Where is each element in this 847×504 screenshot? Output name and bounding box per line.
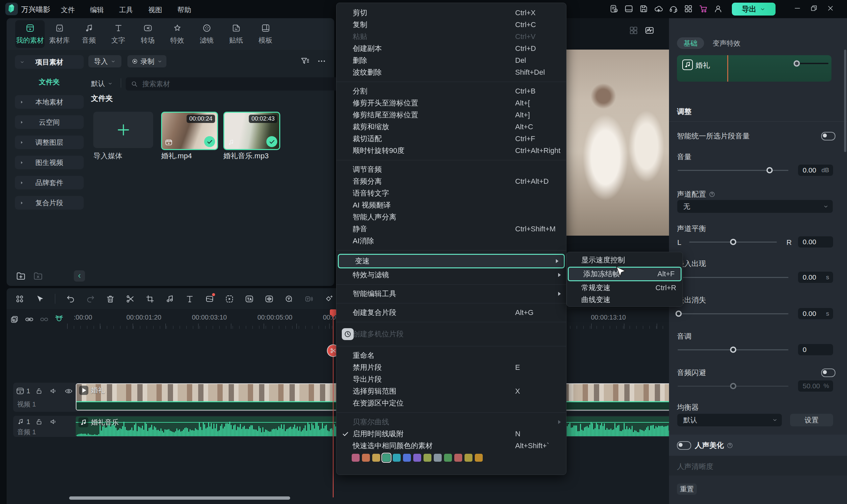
minimize-icon[interactable] [793, 4, 801, 12]
sidebar-item-1[interactable]: 本地素材 [15, 95, 84, 109]
clip-volume-knob[interactable] [794, 60, 800, 67]
context-menu-item[interactable]: 修剪开头至游标位置Alt+[ [336, 97, 566, 109]
ducking-toggle[interactable] [821, 368, 835, 377]
balance-knob[interactable] [730, 239, 737, 245]
context-menu-item[interactable]: 重命名 [336, 350, 566, 362]
speaker-icon[interactable] [50, 387, 57, 395]
sidebar-item-3[interactable]: 调整图层 [15, 136, 84, 149]
undo-icon[interactable] [66, 294, 75, 303]
tab-voice-effects[interactable]: 变声特效 [713, 37, 741, 49]
submenu-item[interactable]: 常规变速Ctrl+R [567, 282, 682, 294]
color-swatch[interactable] [454, 454, 462, 462]
import-button[interactable]: 导入 [88, 55, 121, 68]
clip-volume-line[interactable] [795, 63, 828, 64]
color-swatch[interactable] [403, 454, 411, 462]
sidebar-item-4[interactable]: 图生视频 [15, 156, 84, 169]
submenu-item[interactable]: 曲线变速 [567, 294, 682, 306]
context-menu-item[interactable]: 禁用片段E [336, 362, 566, 374]
context-menu-item[interactable]: 智能编辑工具 [336, 288, 566, 300]
collapse-sidebar-button[interactable] [74, 270, 85, 282]
pitch-knob[interactable] [730, 347, 737, 353]
context-menu-item[interactable]: 创建复合片段Alt+G [336, 307, 566, 319]
link-icon[interactable] [25, 315, 34, 324]
menubar-item[interactable]: 工具 [117, 4, 135, 16]
media-tab-4[interactable]: 文字 [104, 20, 133, 48]
media-clip-video[interactable]: 00:00:24 [161, 112, 218, 150]
context-menu-item[interactable]: 选择剪辑范围X [336, 385, 566, 397]
eye-icon[interactable] [65, 387, 73, 395]
scissors-icon[interactable] [126, 294, 135, 303]
submenu-item[interactable]: 显示速度控制 [567, 254, 682, 266]
apps-icon[interactable] [684, 4, 693, 13]
sidebar-item-folder-selected[interactable]: 文件夹 [15, 75, 84, 89]
media-tab-3[interactable]: 音频 [74, 20, 104, 48]
user-icon[interactable] [714, 4, 723, 13]
color-swatch[interactable] [475, 454, 483, 462]
menubar-item[interactable]: 视图 [146, 4, 164, 16]
right-panel-scrollbar[interactable] [844, 50, 846, 152]
more-options-icon[interactable] [317, 56, 326, 66]
new-folder-icon[interactable] [16, 271, 26, 281]
media-tab-6[interactable]: 特效 [162, 20, 192, 48]
ducking-knob[interactable] [730, 383, 737, 389]
balance-value-box[interactable]: 0.00 [798, 236, 833, 248]
select-cursor-icon[interactable] [35, 294, 44, 303]
context-menu-item[interactable]: 修剪结尾至游标位置Alt+] [336, 109, 566, 121]
close-icon[interactable] [827, 4, 834, 12]
lock-icon[interactable] [35, 387, 43, 395]
search-input[interactable] [142, 80, 333, 88]
playhead-line[interactable] [333, 310, 333, 498]
tab-basic[interactable]: 基础 [677, 37, 704, 49]
context-menu-item[interactable]: 复制Ctrl+C [336, 19, 566, 31]
color-swatch[interactable] [465, 454, 472, 462]
keyframe-add-icon[interactable] [324, 294, 333, 303]
color-swatch[interactable] [372, 454, 380, 462]
playhead-handle[interactable] [330, 309, 336, 315]
color-swatch[interactable] [362, 454, 370, 462]
pitch-value-box[interactable]: 0 [798, 344, 833, 355]
media-tab-2[interactable]: 素材库 [45, 20, 74, 48]
sort-dropdown[interactable]: 默认 [91, 79, 113, 88]
media-clip-audio[interactable]: 00:02:43 [223, 112, 280, 150]
context-menu-item[interactable]: 顺时针旋转90度Ctrl+Alt+Right [336, 145, 566, 157]
context-menu-item[interactable]: 启用时间线吸附N [336, 428, 566, 440]
sidebar-item-project-media[interactable]: 项目素材 [15, 55, 84, 69]
keyframe-diamond-icon[interactable] [819, 331, 826, 337]
volume-knob[interactable] [766, 167, 773, 174]
context-menu-item[interactable]: 变速 [339, 255, 564, 267]
question-icon[interactable] [709, 191, 715, 198]
apps-grid-icon[interactable] [15, 294, 24, 303]
delete-folder-icon[interactable] [33, 271, 43, 281]
reset-button[interactable]: 重置 [677, 484, 697, 495]
sidebar-item-2[interactable]: 云空间 [15, 115, 84, 129]
unify-volume-toggle[interactable] [821, 132, 835, 141]
speech-to-text-icon[interactable] [284, 294, 293, 303]
context-menu-item[interactable]: 调节音频 [336, 164, 566, 176]
context-menu-item[interactable]: AI 视频翻译 [336, 199, 566, 211]
context-menu-item[interactable]: 语音转文字 [336, 187, 566, 199]
context-menu-item[interactable]: 特效与滤镜 [336, 269, 566, 281]
fade-in-slider[interactable] [678, 277, 789, 278]
keyframe-diamond-icon[interactable] [819, 223, 826, 229]
unlink-icon[interactable] [40, 315, 49, 324]
media-tab-7[interactable]: 滤镜 [192, 20, 221, 48]
context-menu-item[interactable]: 波纹删除Shift+Del [336, 67, 566, 78]
color-swatch[interactable] [434, 454, 442, 462]
media-tab-9[interactable]: 模板 [251, 20, 280, 48]
context-menu-item[interactable]: 静音Ctrl+Shift+M [336, 223, 566, 235]
voice-beautify-toggle[interactable] [677, 441, 691, 450]
audio-denoise-icon[interactable] [265, 294, 274, 303]
context-menu-item[interactable]: 智能人声分离 [336, 211, 566, 223]
restore-icon[interactable] [810, 4, 818, 12]
trash-icon[interactable] [106, 294, 115, 303]
filter-icon[interactable] [300, 56, 310, 66]
media-tab-8[interactable]: 贴纸 [221, 20, 251, 48]
speaker-icon[interactable] [50, 418, 57, 426]
context-menu-item[interactable]: 导出片段 [336, 374, 566, 385]
fade-in-value-box[interactable]: 0.00s [798, 272, 833, 283]
grid-view-icon[interactable] [629, 25, 639, 35]
media-tab-1[interactable]: 我的素材 [15, 20, 45, 48]
save-icon[interactable] [639, 4, 648, 13]
context-menu-item[interactable]: AI消除 [336, 235, 566, 247]
context-menu-item[interactable]: 快速选中相同颜色的素材Alt+Shift+` [336, 440, 566, 452]
